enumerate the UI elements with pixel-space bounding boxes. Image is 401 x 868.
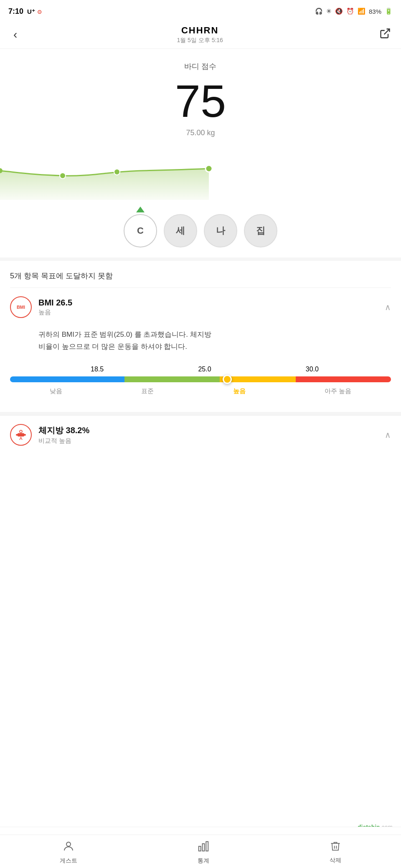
bmi-chevron[interactable]: ∧ <box>385 302 391 312</box>
status-icons: 🎧 ✳ 🔇 ⏰ 📶 83% 🔋 <box>315 8 393 15</box>
svg-point-2 <box>60 173 66 179</box>
weight-chart <box>0 146 401 200</box>
bodyfat-title-group: 체지방 38.2% 비교적 높음 <box>38 425 89 445</box>
user-circle-4[interactable]: 집 <box>244 214 277 247</box>
section-divider <box>0 257 401 261</box>
bmi-description: 귀하의 BMI가 표준 범위(25.0) 를 초과했습니다. 체지방 비율이 높… <box>10 322 391 366</box>
page-subtitle: 1월 5일 오후 5:16 <box>177 37 223 44</box>
stats-icon <box>197 840 210 855</box>
mute-icon: 🔇 <box>335 8 343 15</box>
page-title: CHHRN <box>177 25 223 36</box>
svg-point-8 <box>20 430 22 433</box>
user-circle-se[interactable]: 세 <box>164 207 197 247</box>
bodyfat-icon <box>10 424 32 446</box>
users-row: C 세 나 집 <box>0 200 401 257</box>
svg-point-3 <box>114 169 120 175</box>
user-circle-2[interactable]: 세 <box>164 214 197 247</box>
header-center: CHHRN 1월 5일 오후 5:16 <box>177 25 223 44</box>
bmi-header-left: BMI BMI 26.5 높음 <box>10 296 72 318</box>
bmi-title-group: BMI 26.5 높음 <box>38 298 72 316</box>
delete-label: 삭제 <box>330 857 341 864</box>
back-button[interactable]: ‹ <box>10 26 20 43</box>
bmi-header[interactable]: BMI BMI 26.5 높음 ∧ <box>10 288 391 322</box>
nav-stats[interactable]: 통계 <box>197 840 210 865</box>
guest-label: 게스트 <box>60 857 77 865</box>
score-section: 바디 점수 75 75.00 kg <box>0 49 401 137</box>
bodyfat-header-left: 체지방 38.2% 비교적 높음 <box>10 424 89 446</box>
alarm-icon: ⏰ <box>346 8 354 15</box>
bmi-bottom-label-2: 표준 <box>141 387 154 395</box>
signal-icon: 📶 <box>358 8 365 15</box>
bmi-card: BMI BMI 26.5 높음 ∧ 귀하의 BMI가 표준 범위(25.0) 를… <box>0 288 401 366</box>
share-button[interactable] <box>379 28 391 42</box>
bmi-top-label-1: 18.5 <box>91 366 104 373</box>
bodyfat-title: 체지방 38.2% <box>38 425 89 436</box>
battery-icon: 🔋 <box>385 8 393 15</box>
svg-rect-11 <box>202 844 204 851</box>
bmi-bottom-label-1: 낮음 <box>50 387 62 395</box>
bodyfat-card: 체지방 38.2% 비교적 높음 ∧ <box>0 415 401 450</box>
status-time: 7:10 U⁺ ⊙ <box>8 7 42 16</box>
nav-delete[interactable]: 삭제 <box>330 840 341 864</box>
bmi-scale: 18.5 25.0 30.0 낮음 표준 높음 아주 높음 <box>0 366 401 412</box>
svg-line-0 <box>384 29 390 35</box>
user-circle-c[interactable]: C <box>124 207 157 247</box>
status-bar: 7:10 U⁺ ⊙ 🎧 ✳ 🔇 ⏰ 📶 83% 🔋 <box>0 0 401 21</box>
bmi-bottom-label-4: 아주 높음 <box>325 387 351 395</box>
user-circle-na[interactable]: 나 <box>204 207 237 247</box>
delete-icon <box>330 840 341 855</box>
bmi-indicator <box>223 375 232 384</box>
bodyfat-chevron[interactable]: ∧ <box>385 430 391 440</box>
active-arrow <box>136 207 145 212</box>
nav-guest[interactable]: 게스트 <box>60 840 77 865</box>
user-circle-3[interactable]: 나 <box>204 214 237 247</box>
goal-section: 5개 항목 목표에 도달하지 못함 <box>0 261 401 288</box>
guest-icon <box>62 840 75 855</box>
bodyfat-subtitle: 비교적 높음 <box>38 437 89 445</box>
bodyfat-header[interactable]: 체지방 38.2% 비교적 높음 ∧ <box>10 416 391 450</box>
bottom-nav: 게스트 통계 삭제 <box>0 835 401 868</box>
score-label: 바디 점수 <box>10 61 391 71</box>
bmi-icon: BMI <box>10 296 32 318</box>
bluetooth-icon: ✳ <box>326 8 332 15</box>
score-weight: 75.00 kg <box>10 129 391 137</box>
svg-point-9 <box>66 842 71 846</box>
header: ‹ CHHRN 1월 5일 오후 5:16 <box>0 21 401 49</box>
carrier-icon: U⁺ <box>27 8 35 15</box>
battery-label: 83% <box>369 8 381 15</box>
bmi-labels-top: 18.5 25.0 30.0 <box>10 366 391 373</box>
svg-point-4 <box>206 165 212 172</box>
section-divider-2 <box>0 412 401 415</box>
lte-icon: ⊙ <box>37 9 42 15</box>
headphone-icon: 🎧 <box>315 8 323 15</box>
bmi-labels-bottom: 낮음 표준 높음 아주 높음 <box>10 387 391 395</box>
user-circle-jip[interactable]: 집 <box>244 207 277 247</box>
goal-text: 5개 항목 목표에 도달하지 못함 <box>10 271 391 281</box>
time-display: 7:10 <box>8 7 23 15</box>
svg-rect-12 <box>206 842 208 851</box>
user-circle-active[interactable]: C <box>124 214 157 247</box>
bmi-bottom-label-3: 높음 <box>233 387 246 395</box>
bmi-title: BMI 26.5 <box>38 298 72 308</box>
svg-rect-7 <box>23 434 26 436</box>
bmi-subtitle: 높음 <box>38 308 72 316</box>
bmi-top-label-2: 25.0 <box>198 366 211 373</box>
bmi-bar-background <box>10 376 391 382</box>
svg-rect-6 <box>18 433 24 437</box>
svg-rect-10 <box>199 846 201 851</box>
stats-label: 통계 <box>198 857 209 865</box>
bmi-bar <box>10 376 391 382</box>
bmi-top-label-3: 30.0 <box>306 366 319 373</box>
score-number: 75 <box>10 76 391 126</box>
